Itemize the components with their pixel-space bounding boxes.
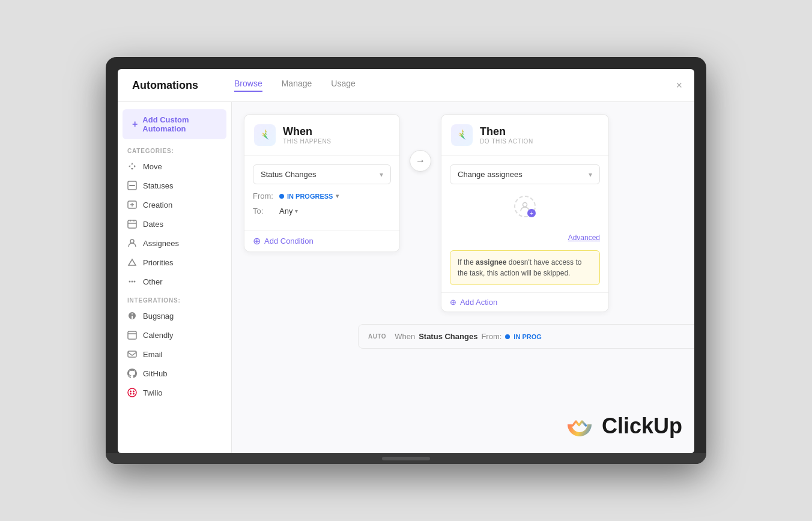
assignee-placeholder: +: [450, 191, 600, 221]
svg-rect-1: [129, 185, 135, 186]
sidebar-item-priorities-label: Priorities: [143, 258, 174, 267]
to-row: To: Any ▾: [253, 206, 391, 215]
then-subtitle: DO THIS ACTION: [480, 138, 533, 145]
svg-point-17: [130, 391, 132, 393]
warning-bold-text: assignee: [476, 258, 506, 267]
any-badge[interactable]: Any ▾: [279, 206, 298, 215]
sidebar-item-bugsnag[interactable]: Bugsnag: [118, 306, 231, 325]
assignee-avatar[interactable]: +: [514, 196, 536, 217]
move-icon: [127, 161, 137, 171]
preview-highlight-text: Status Changes: [419, 332, 477, 341]
then-card-header: Then DO THIS ACTION: [441, 115, 608, 156]
warning-text-before: If the: [458, 258, 476, 267]
svg-point-9: [130, 239, 134, 243]
sidebar-item-github-label: GitHub: [143, 369, 167, 378]
svg-point-12: [134, 281, 136, 283]
preview-from-label: From:: [481, 332, 501, 341]
sidebar-item-github[interactable]: GitHub: [118, 364, 231, 383]
any-chevron-icon: ▾: [295, 208, 298, 214]
svg-point-10: [129, 281, 131, 283]
svg-point-19: [130, 393, 132, 395]
svg-rect-13: [128, 331, 136, 339]
dates-icon: [127, 219, 137, 229]
svg-rect-5: [128, 220, 136, 228]
add-action-plus-icon: ⊕: [450, 298, 456, 307]
sidebar-item-calendly-label: Calendly: [143, 331, 174, 340]
change-assignees-dropdown[interactable]: Change assignees ▾: [450, 164, 600, 184]
github-icon: [127, 369, 137, 378]
svg-point-11: [132, 281, 133, 283]
when-subtitle: THIS HAPPENS: [283, 138, 332, 145]
from-label: From:: [253, 191, 274, 200]
tab-manage[interactable]: Manage: [282, 79, 312, 92]
status-value: IN PROGRESS: [287, 193, 333, 200]
advanced-link[interactable]: Advanced: [441, 230, 608, 245]
builder-area: When THIS HAPPENS Status Changes ▾: [244, 114, 682, 312]
when-card-header: When THIS HAPPENS: [244, 115, 399, 156]
sidebar-item-calendly[interactable]: Calendly: [118, 325, 231, 345]
preview-status-dot: [505, 334, 510, 339]
preview-bar: AUTO When Status Changes From: IN PROG: [358, 324, 694, 349]
in-progress-badge[interactable]: IN PROGRESS ▾: [279, 193, 339, 200]
app-header: Automations Browse Manage Usage ×: [118, 69, 694, 102]
sidebar-item-other[interactable]: Other: [118, 272, 231, 291]
sidebar-item-dates[interactable]: Dates: [118, 214, 231, 233]
main-content: When THIS HAPPENS Status Changes ▾: [232, 102, 694, 453]
assignees-icon: [127, 238, 137, 248]
calendly-icon: [127, 330, 137, 340]
sidebar-item-twilio[interactable]: Twilio: [118, 383, 231, 402]
sidebar-item-assignees-label: Assignees: [143, 239, 179, 248]
close-button[interactable]: ×: [676, 79, 682, 92]
bugsnag-icon: [127, 311, 137, 321]
sidebar-item-statuses-label: Statuses: [143, 181, 174, 190]
sidebar-item-email-label: Email: [143, 350, 163, 359]
to-label: To:: [253, 206, 274, 215]
add-condition-button[interactable]: ⊕ Add Condition: [244, 230, 399, 251]
status-changes-value: Status Changes: [261, 170, 317, 179]
tab-browse[interactable]: Browse: [234, 79, 262, 92]
other-icon: [127, 277, 137, 286]
svg-rect-15: [128, 351, 136, 357]
sidebar-item-creation[interactable]: Creation: [118, 195, 231, 214]
priorities-icon: [127, 257, 137, 267]
auto-label: AUTO: [368, 333, 386, 340]
arrow-icon: →: [410, 150, 431, 172]
tab-bar: Browse Manage Usage: [234, 79, 356, 92]
sidebar: + Add Custom Automation CATEGORIES: Move: [118, 102, 232, 453]
add-action-button[interactable]: ⊕ Add Action: [441, 292, 608, 312]
email-icon: [127, 349, 137, 359]
when-card-body: Status Changes ▾ From: IN PROGRESS ▾: [244, 156, 399, 230]
sidebar-item-priorities[interactable]: Priorities: [118, 253, 231, 272]
twilio-icon: [127, 388, 137, 397]
add-custom-label: Add Custom Automation: [142, 115, 217, 133]
arrow-connector: →: [410, 150, 431, 172]
then-card-icon: [451, 124, 473, 146]
laptop-notch: [382, 457, 430, 460]
clickup-logo-icon: [565, 411, 595, 441]
sidebar-item-assignees[interactable]: Assignees: [118, 233, 231, 253]
any-value: Any: [279, 206, 292, 215]
tab-usage[interactable]: Usage: [331, 79, 355, 92]
when-trigger-card: When THIS HAPPENS Status Changes ▾: [244, 114, 400, 252]
status-changes-dropdown[interactable]: Status Changes ▾: [253, 164, 391, 184]
sidebar-item-move-label: Move: [143, 162, 162, 171]
then-dropdown-arrow-icon: ▾: [589, 170, 592, 179]
sidebar-item-bugsnag-label: Bugsnag: [143, 312, 174, 321]
when-card-icon: [254, 124, 276, 146]
status-chevron-icon: ▾: [336, 193, 339, 199]
clickup-logo-area: ClickUp: [565, 411, 682, 441]
app-body: + Add Custom Automation CATEGORIES: Move: [118, 102, 694, 453]
sidebar-item-dates-label: Dates: [143, 220, 163, 229]
svg-point-18: [133, 391, 135, 393]
sidebar-item-email[interactable]: Email: [118, 345, 231, 364]
statuses-icon: [127, 181, 137, 190]
sidebar-item-statuses[interactable]: Statuses: [118, 176, 231, 195]
then-action-card: Then DO THIS ACTION Change assignees ▾: [441, 114, 609, 312]
add-custom-automation-button[interactable]: + Add Custom Automation: [123, 109, 226, 139]
plus-icon: +: [132, 119, 138, 130]
then-card-body: Change assignees ▾ +: [441, 156, 608, 230]
sidebar-item-move[interactable]: Move: [118, 157, 231, 176]
sidebar-item-creation-label: Creation: [143, 200, 172, 209]
add-condition-label: Add Condition: [264, 236, 314, 245]
integrations-label: INTEGRATIONS:: [118, 291, 231, 306]
